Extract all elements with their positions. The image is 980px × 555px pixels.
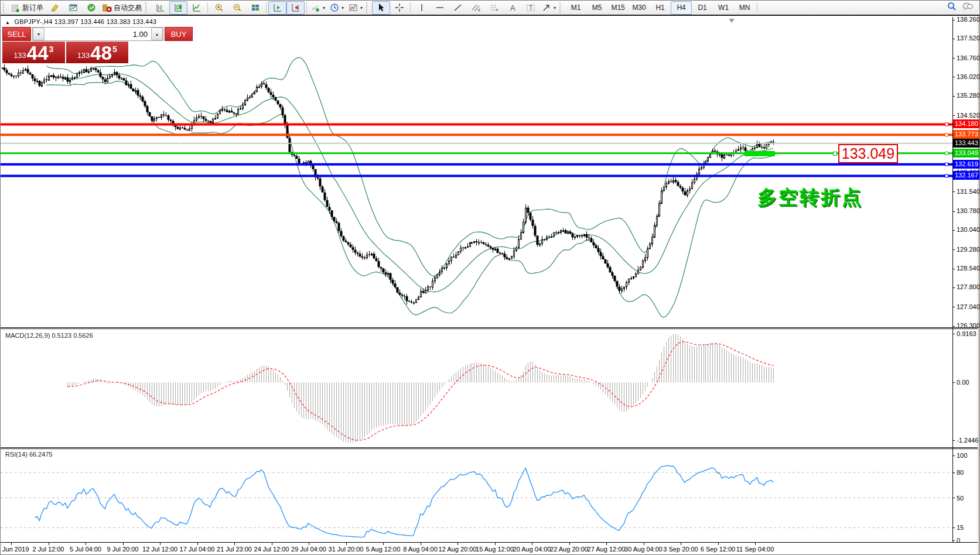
indicators-button[interactable]: ▾ [309,1,327,15]
time-tick-mark [86,543,86,545]
volume-increase-button[interactable]: ▲ [151,28,163,40]
timeframe-button-m30[interactable]: M30 [629,1,650,15]
crosshair-tool-button[interactable] [390,1,408,15]
time-tick-mark [755,543,756,545]
time-tick-mark [718,543,719,545]
toolbar-grip [366,2,370,13]
rsi-tick-mark [952,455,955,456]
rsi-indicator-panel[interactable] [1,449,952,542]
periods-button[interactable]: ▾ [327,1,346,15]
auto-scroll-button[interactable] [268,1,286,15]
price-tick-mark [952,20,955,20]
price-axis[interactable]: 138.260137.520136.760136.020135.280134.5… [953,17,980,327]
channel-tool-button[interactable]: E [467,1,485,15]
toolbar-separator [207,2,208,13]
macd-axis: 0.91630.00-1.2446 [953,329,980,447]
turning-point-note[interactable]: 多空转折点 [757,184,863,211]
macd-tick-mark [952,382,955,383]
timeframe-button-d1[interactable]: D1 [692,1,713,15]
panel-separator [1,448,978,449]
time-axis-label: 12 Jul 12:00 [142,546,177,553]
toolbar-separator [410,2,411,13]
timeframe-button-mn[interactable]: MN [734,1,755,15]
level-price-label: 134.180 [953,119,980,128]
zoom-in-button[interactable] [210,1,228,15]
chat-icon[interactable] [962,1,974,14]
autotrading-label: 自动交易 [114,3,142,13]
market-watch-button[interactable] [64,1,82,15]
price-tick-mark [952,77,955,77]
timeframe-button-m5[interactable]: M5 [586,1,607,15]
sell-price-pip: 3 [49,44,54,54]
toolbar-grip [145,2,149,13]
chart-shift-button[interactable] [286,1,305,15]
text-tool-button[interactable]: A [503,1,521,15]
cursor-tool-button[interactable] [372,1,390,15]
bar-chart-button[interactable] [151,1,169,15]
level-price-label: 133.773 [953,130,980,139]
line-chart-button[interactable] [187,1,206,15]
fibonacci-tool-button[interactable]: F [485,1,503,15]
buy-button[interactable]: BUY [165,27,193,41]
equidistant-channel-icon: E [472,3,481,12]
one-click-collapse-icon[interactable]: ▲ [5,20,10,25]
tile-windows-icon [251,3,260,12]
timeframe-button-h4[interactable]: H4 [671,1,692,15]
price-annotation-box[interactable]: 133.049 [838,144,898,163]
horizontal-line-tool-button[interactable] [431,1,449,15]
price-tick-mark [952,96,955,97]
current-price-label: 133.443 [953,139,980,148]
time-tick-mark [383,543,384,545]
sell-price-display[interactable]: 133 44 3 [2,42,65,63]
price-tick-label: 127.800 [957,283,980,290]
volume-decrease-button[interactable]: ▼ [33,28,45,40]
time-axis[interactable]: 27 Jun 20192 Jul 12:005 Jul 04:009 Jul 2… [1,543,952,555]
volume-input[interactable] [45,28,151,40]
price-tick-mark [952,269,955,269]
new-order-button[interactable]: 新订单 [9,1,46,15]
time-axis-label: 15 Aug 12:00 [476,546,514,553]
text-label-tool-button[interactable]: T [521,1,539,15]
timeframe-button-m15[interactable]: M15 [607,1,629,15]
time-axis-label: 29 Jul 04:00 [291,546,326,553]
vertical-line-tool-button[interactable] [412,1,431,15]
panel-separator[interactable] [1,327,978,328]
vertical-line-icon [417,3,426,12]
toolbar-separator [306,2,307,13]
price-tick-mark [952,230,955,231]
time-tick-mark [681,543,681,545]
buy-price-display[interactable]: 133 48 5 [66,42,129,63]
tile-windows-button[interactable] [246,1,264,15]
timeframe-button-h1[interactable]: H1 [650,1,671,15]
trendline-tool-button[interactable] [449,1,467,15]
signals-button[interactable] [82,1,100,15]
main-price-chart[interactable] [1,17,952,327]
templates-button[interactable]: ▾ [346,1,365,15]
autotrading-button[interactable]: 自动交易 [100,1,144,15]
candlestick-chart-button[interactable] [169,1,187,15]
rsi-tick-mark [952,498,955,498]
rsi-tick-mark [952,540,955,541]
macd-tick-mark [952,440,955,441]
search-icon[interactable] [947,1,957,14]
trendline-icon [453,3,463,12]
timeframe-button-w1[interactable]: W1 [713,1,734,15]
template-icon [349,3,358,12]
time-tick-mark [309,543,309,545]
arrows-tool-button[interactable]: ▾ [539,1,558,15]
price-tick-label: 128.540 [957,265,980,272]
volume-spinner: ▼ ▲ [32,27,163,41]
macd-indicator-panel[interactable] [1,329,952,447]
panel-separator[interactable] [1,447,978,448]
time-axis-label: 3 Sep 20:00 [663,546,698,553]
zoom-out-button[interactable] [228,1,246,15]
sell-button[interactable]: SELL [2,27,31,41]
buy-price-pip: 5 [112,44,117,54]
toolbar-grip [3,2,7,13]
rsi-tick-label: 0 [957,537,960,544]
metaeditor-button[interactable] [46,1,64,15]
time-tick-mark [272,543,272,545]
timeframe-button-m1[interactable]: M1 [565,1,586,15]
time-tick-mark [606,543,607,545]
price-tick-label: 137.520 [957,35,980,42]
